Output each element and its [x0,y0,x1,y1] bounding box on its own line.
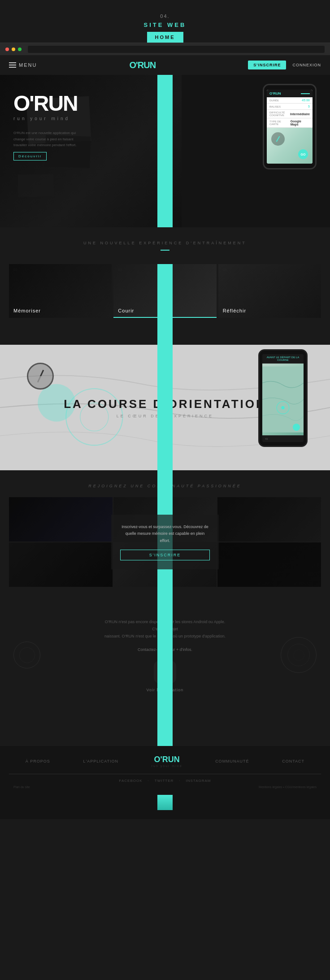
browser-minimize-dot[interactable] [12,48,15,51]
community-photo-1 [9,497,113,542]
nav-connexion-button[interactable]: CONNEXION [292,63,321,67]
footer-social-instagram[interactable]: INSTAGRAM [186,779,211,783]
hero-description: O'RUN est une nouvelle application qui c… [13,130,85,148]
nav-menu-button[interactable]: MENU [9,62,37,68]
orientation-teal-stripe [157,345,173,470]
footer-social-sep1: · [148,779,149,783]
hero-section: O'RUN run your mind O'RUN est une nouvel… [0,75,330,227]
project-label: 04. SITE WEB HOME [0,0,330,43]
browser-close-dot[interactable] [5,48,9,51]
activity-grid-section: 01. Mémoriser 02. Courir 03. Réfléchir [0,264,330,345]
phone-logo: O'RUN [269,91,281,95]
site-footer: À propos L'application O'RUN run your mi… [0,746,330,819]
phone-label-duree: DURÉE [269,99,279,102]
hero-tagline: run your mind [13,116,85,121]
browser-url-bar[interactable] [28,46,325,53]
activity-label-2: Courir [118,308,134,313]
nav-right: S'INSCRIRE CONNEXION [248,61,321,69]
phone-header-line [301,93,310,94]
phone-map-go[interactable]: GO [298,149,308,159]
hero-text: O'RUN run your mind O'RUN est une nouvel… [13,93,85,160]
community-section: REJOIGNEZ UNE COMMUNAUTÉ PASSIONNÉE Insc… [0,470,330,600]
footer-bottom-teal [9,795,321,810]
compass-icon [27,363,54,390]
hero-photo-texture-3 [18,174,54,197]
orientation-time: 43 [265,438,268,440]
hero-teal-stripe [157,75,173,227]
footer-teal-section [0,710,330,746]
community-photo-4 [9,542,113,587]
footer-nav-apropos[interactable]: À propos [26,759,50,763]
footer-divider [9,774,321,774]
svg-point-6 [281,406,284,409]
orientation-dot [293,424,300,431]
phone-mockup: O'RUN DURÉE 45:00 BALISES 5 DIFFICULTÉ C… [263,84,317,169]
project-page: HOME [147,32,183,43]
phone-val-balises: 5 [308,105,310,108]
community-photo-3 [217,497,321,542]
footer-logo: O'RUN [152,755,182,764]
activity-label-3: Réfléchir [223,308,246,313]
footer-social-twitter[interactable]: TWITTER [155,779,174,783]
browser-chrome [0,43,330,55]
activity-card-memoriser: 01. Mémoriser [9,264,112,318]
hamburger-icon [9,62,16,68]
community-photo-6 [217,542,321,587]
deco-circles [281,637,317,673]
phone-label-balises: BALISES [269,105,281,108]
phone-val-carte: Google Maps [291,120,310,126]
app-teal-stripe [157,600,173,710]
menu-label: MENU [19,62,37,68]
footer-social-facebook[interactable]: FACEBOOK [119,779,143,783]
compass-container [27,363,54,390]
svg-rect-4 [262,366,304,432]
hero-discover-button[interactable]: Découvrir [13,152,47,160]
orientation-section: AVANT LE DÉPART DE LA COURSE [0,345,330,470]
phone-header: O'RUN [267,90,313,97]
footer-logo-wrap: O'RUN run your mind [152,755,182,768]
phone-go-label: GO [301,153,306,156]
footer-legal-right: Mentions légales • CGU/mentions légales [259,785,317,789]
website-mockup: MENU O'RUN S'INSCRIRE CONNEXION O'RUN [0,55,330,819]
compass-needle [37,370,43,382]
footer-social-sep2: · [179,779,180,783]
phone-row-balises: BALISES 5 [267,104,313,110]
hero-logo-run: RUN [34,91,78,115]
orientation-phone: AVANT LE DÉPART DE LA COURSE [258,349,308,447]
hero-logo: O'RUN [13,93,85,114]
footer-nav-communaute[interactable]: Communauté [215,759,249,763]
footer-social: FACEBOOK · TWITTER · INSTAGRAM [9,779,321,783]
footer-logo-tagline: run your mind [152,764,182,768]
phone-val-duree: 45:00 [302,99,310,102]
orientation-phone-footer: 43 [262,435,304,442]
footer-nav-contact[interactable]: Contact [282,759,304,763]
orientation-phone-header: AVANT LE DÉPART DE LA COURSE [262,354,304,364]
footer-teal-stripe [157,710,173,746]
footer-teal-block [157,795,173,810]
browser-maximize-dot[interactable] [18,48,22,51]
phone-row-carte: TYPE DE CARTE Google Maps [267,118,313,128]
phone-label-carte: TYPE DE CARTE [269,120,291,126]
phone-row-difficulte: DIFFICULTÉ COGNITIVE Intermédiaire [267,110,313,118]
phone-row-duree: DURÉE 45:00 [267,97,313,104]
footer-nav-application[interactable]: L'application [83,759,118,763]
phone-label-difficulte: DIFFICULTÉ COGNITIVE [269,111,290,117]
activity-card-reflechir: 03. Réfléchir [218,264,321,318]
nav-inscrit-button[interactable]: S'INSCRIRE [248,61,286,69]
activity-teal-stripe [157,264,173,345]
project-type: SITE WEB [0,22,330,28]
tagline-section: UNE NOUVELLE EXPÉRIENCE D'ENTRAÎNEMENT [0,227,330,264]
phone-screen: O'RUN DURÉE 45:00 BALISES 5 DIFFICULTÉ C… [267,90,313,164]
deco-circle-outer [281,637,317,673]
phone-map-needle [276,136,280,142]
deco-circle-inner [287,644,310,666]
phone-map-pin [271,132,285,146]
app-section: O'RUN n'est pas encore disponible sur le… [0,600,330,710]
deco-circle-left-inner [19,647,35,663]
deco-circles-left [13,642,40,668]
phone-val-difficulte: Intermédiaire [290,113,310,116]
site-nav: MENU O'RUN S'INSCRIRE CONNEXION [0,55,330,75]
nav-logo[interactable]: O'RUN [130,60,156,70]
hero-logo-o: O' [13,91,34,115]
orientation-phone-map [262,364,304,435]
